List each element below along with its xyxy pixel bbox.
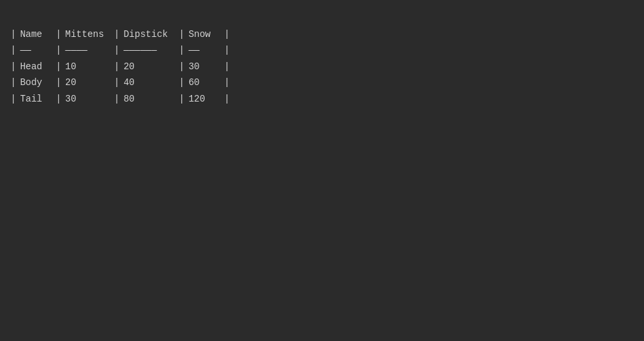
cell-name: Tail [16, 91, 55, 107]
pipe: | [224, 27, 230, 42]
header-mittens: Mittens [61, 26, 114, 42]
pipe: | [114, 92, 119, 106]
pipe: | [11, 59, 16, 74]
pipe: | [114, 43, 119, 57]
pipe: | [11, 43, 16, 57]
cell-snow: 60 [185, 75, 224, 90]
cell-dipstick: 40 [119, 75, 179, 90]
pipe: | [179, 75, 184, 90]
header-snow: Snow [185, 26, 224, 42]
cell-name: Body [16, 75, 55, 90]
table-row: |Head|10|20|30| [11, 59, 230, 75]
pipe: | [114, 75, 119, 90]
pipe: | [114, 59, 119, 74]
header-row: | Name | Mittens | Dipstick | Snow | [11, 26, 230, 42]
sep-3: —————— [119, 42, 179, 58]
separator-row: | —— | ———— | —————— | —— | [11, 42, 230, 58]
pipe: | [224, 92, 230, 106]
markdown-table: | Name | Mittens | Dipstick | Snow | | —… [11, 26, 230, 107]
header-dipstick: Dipstick [119, 26, 179, 42]
sep-2: ———— [61, 42, 114, 58]
pipe: | [55, 43, 61, 57]
table-row: |Tail|30|80|120| [11, 91, 230, 107]
cell-dipstick: 20 [119, 59, 179, 75]
pipe: | [11, 27, 16, 42]
pipe: | [179, 59, 184, 74]
pipe: | [179, 43, 184, 57]
pipe: | [55, 59, 61, 74]
cell-dipstick: 80 [119, 91, 179, 107]
header-name: Name [16, 26, 55, 42]
pipe: | [224, 59, 230, 74]
cell-name: Head [16, 59, 55, 75]
pipe: | [114, 27, 119, 42]
cell-mittens: 10 [61, 59, 114, 75]
sep-4: —— [185, 42, 224, 58]
cell-mittens: 20 [61, 75, 114, 90]
cell-mittens: 30 [61, 91, 114, 107]
pipe: | [55, 27, 61, 42]
pipe: | [55, 75, 61, 90]
pipe: | [11, 92, 16, 106]
pipe: | [224, 43, 230, 57]
sep-1: —— [16, 42, 55, 58]
data-rows: |Head|10|20|30||Body|20|40|60||Tail|30|8… [11, 59, 230, 107]
pipe: | [179, 92, 184, 106]
pipe: | [224, 75, 230, 90]
pipe: | [55, 92, 61, 106]
cell-snow: 30 [185, 59, 224, 75]
table-row: |Body|20|40|60| [11, 75, 230, 90]
pipe: | [11, 75, 16, 90]
cell-snow: 120 [185, 91, 224, 107]
pipe: | [179, 27, 184, 42]
